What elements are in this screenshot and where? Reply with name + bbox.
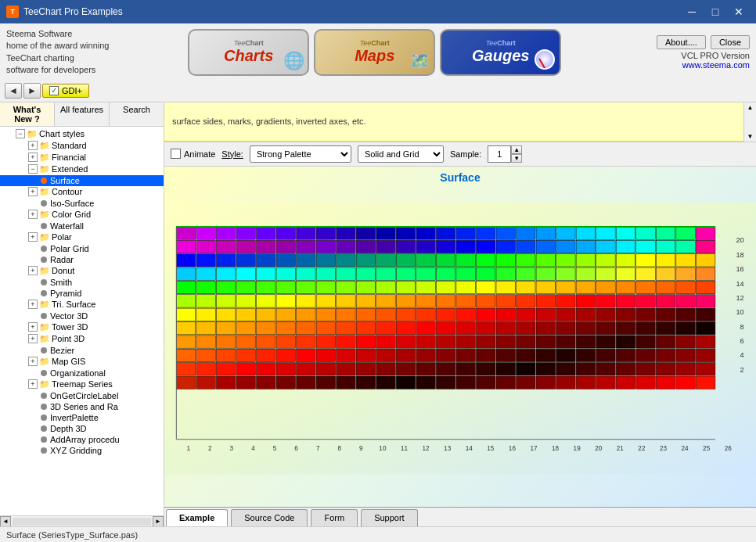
tree-item-color-grid[interactable]: + 📁 Color Grid — [0, 209, 164, 221]
tab-search[interactable]: Search — [110, 102, 164, 126]
tree-label-extended: Extended — [52, 164, 88, 174]
tab-whats-new[interactable]: What's New ? — [0, 102, 55, 126]
expand-tower3d[interactable]: + — [28, 322, 38, 332]
tree-item-3d-series[interactable]: 3D Series and Ra — [0, 401, 164, 412]
svg-rect-315 — [337, 362, 356, 375]
tree-item-organizational[interactable]: Organizational — [0, 368, 164, 379]
tree-item-oncircle[interactable]: OnGetCircleLabel — [0, 390, 164, 401]
tab-source-code[interactable]: Source Code — [231, 509, 308, 526]
svg-text:26: 26 — [725, 445, 733, 452]
expand-extended[interactable]: − — [28, 164, 38, 174]
svg-rect-357 — [636, 376, 656, 389]
svg-rect-326 — [556, 362, 576, 375]
tree-item-xyz[interactable]: XYZ Gridding — [0, 445, 164, 456]
tree-item-iso-surface[interactable]: Iso-Surface — [0, 198, 164, 209]
tree-item-depth3d[interactable]: Depth 3D — [0, 423, 164, 434]
svg-rect-82 — [536, 240, 556, 253]
gdi-checkbox[interactable]: ✓ — [49, 86, 59, 95]
minimize-button[interactable]: ─ — [681, 3, 703, 20]
expand-chart-styles[interactable]: − — [16, 129, 25, 138]
tree-item-polar[interactable]: + 📁 Polar — [0, 232, 164, 243]
svg-text:20: 20 — [736, 236, 743, 244]
tree-item-radar[interactable]: Radar — [0, 254, 164, 265]
gauges-logo-button[interactable]: TeeChart Gauges — [440, 29, 561, 76]
window-body: Steema Software home of the award winnin… — [0, 23, 756, 542]
tree-item-surface[interactable]: Surface — [0, 175, 164, 186]
tree-item-pyramid[interactable]: Pyramid — [0, 288, 164, 299]
svg-rect-232 — [297, 321, 316, 334]
expand-contour[interactable]: + — [28, 187, 38, 196]
tab-all-features[interactable]: All features — [55, 102, 110, 126]
tab-support[interactable]: Support — [361, 509, 418, 526]
svg-rect-329 — [616, 362, 635, 375]
sample-input[interactable] — [488, 145, 511, 163]
svg-rect-192 — [576, 294, 596, 307]
tree-item-chart-styles[interactable]: − 📁 Chart styles — [0, 128, 164, 140]
h-scrollbar-track[interactable] — [13, 518, 151, 526]
gdi-button[interactable]: ✓ GDI+ — [42, 84, 89, 98]
tree-item-bezier[interactable]: Bezier — [0, 345, 164, 356]
header: Steema Software home of the award winnin… — [0, 23, 756, 81]
expand-color-grid[interactable]: + — [28, 210, 38, 219]
expand-donut[interactable]: + — [28, 266, 38, 275]
expand-standard[interactable]: + — [28, 141, 38, 150]
close-app-button[interactable]: Close — [711, 35, 750, 49]
svg-rect-338 — [256, 376, 275, 389]
maximize-button[interactable]: □ — [704, 3, 726, 20]
tree-item-tower3d[interactable]: + 📁 Tower 3D — [0, 321, 164, 333]
tree-item-polar-grid[interactable]: Polar Grid — [0, 243, 164, 254]
maps-logo-bottom: Maps — [355, 47, 394, 65]
nav-forward-button[interactable]: ► — [23, 83, 41, 99]
style-dropdown[interactable]: Strong Palette Normal Palette Custom — [250, 145, 351, 163]
tab-form[interactable]: Form — [311, 509, 358, 526]
tree-item-financial[interactable]: + 📁 Financial — [0, 152, 164, 163]
tree-item-tri-surface[interactable]: + 📁 Tri. Surface — [0, 299, 164, 310]
desc-scroll-up[interactable]: ▲ — [746, 102, 755, 113]
close-window-button[interactable]: ✕ — [728, 3, 750, 20]
svg-rect-337 — [236, 376, 256, 389]
tree-item-map-gis[interactable]: + 📁 Map GIS — [0, 356, 164, 368]
tree-item-extended[interactable]: − 📁 Extended — [0, 163, 164, 175]
svg-rect-94 — [236, 253, 256, 266]
svg-rect-350 — [496, 376, 516, 389]
spinner-down-button[interactable]: ▼ — [511, 154, 522, 163]
nav-back-button[interactable]: ◄ — [5, 83, 22, 99]
expand-map-gis[interactable]: + — [28, 357, 38, 366]
expand-point3d[interactable]: + — [28, 334, 38, 343]
tree-item-point3d[interactable]: + 📁 Point 3D — [0, 333, 164, 345]
tab-example[interactable]: Example — [166, 509, 228, 526]
scroll-left-btn[interactable]: ◄ — [0, 516, 11, 527]
expand-financial[interactable]: + — [28, 153, 38, 162]
charts-logo-top: TeeChart — [234, 39, 264, 47]
tree-item-standard[interactable]: + 📁 Standard — [0, 140, 164, 152]
tree-item-contour[interactable]: + 📁 Contour — [0, 186, 164, 198]
mode-dropdown[interactable]: Solid and Grid Solid Grid Wireframe — [358, 145, 444, 163]
svg-rect-188 — [496, 294, 516, 307]
spinner-up-button[interactable]: ▲ — [511, 145, 522, 154]
maps-logo-button[interactable]: TeeChart Maps 🗺️ — [314, 29, 435, 76]
desc-scroll-down[interactable]: ▼ — [746, 131, 755, 142]
svg-rect-156 — [396, 281, 416, 293]
svg-rect-79 — [476, 240, 495, 253]
scroll-right-btn[interactable]: ► — [153, 516, 164, 527]
tree-item-smith[interactable]: Smith — [0, 277, 164, 288]
company-line3: TeeChart charting — [6, 52, 109, 64]
animate-checkbox[interactable] — [171, 149, 181, 159]
horizontal-scrollbar[interactable]: ◄ ► — [0, 515, 164, 526]
website-link[interactable]: www.steema.com — [640, 60, 750, 70]
svg-rect-272 — [556, 335, 576, 347]
tree-item-treemap[interactable]: + 📁 Treemap Series — [0, 379, 164, 390]
about-button[interactable]: About.... — [657, 35, 706, 49]
expand-polar[interactable]: + — [28, 232, 38, 242]
tree-item-invert-palette[interactable]: InvertPalette — [0, 412, 164, 423]
tree-item-donut[interactable]: + 📁 Donut — [0, 265, 164, 277]
folder-icon-polar: 📁 — [39, 232, 50, 242]
charts-logo-button[interactable]: TeeChart Charts 🌐 — [188, 29, 309, 76]
tree-item-vector3d[interactable]: Vector 3D — [0, 310, 164, 321]
tree-content[interactable]: − 📁 Chart styles + 📁 Standard + — [0, 127, 164, 515]
tree-item-addarray[interactable]: AddArray procedu — [0, 434, 164, 445]
app-icon: T — [6, 5, 19, 18]
tree-item-waterfall[interactable]: Waterfall — [0, 221, 164, 232]
expand-tri-surface[interactable]: + — [28, 300, 38, 309]
expand-treemap[interactable]: + — [28, 379, 38, 389]
